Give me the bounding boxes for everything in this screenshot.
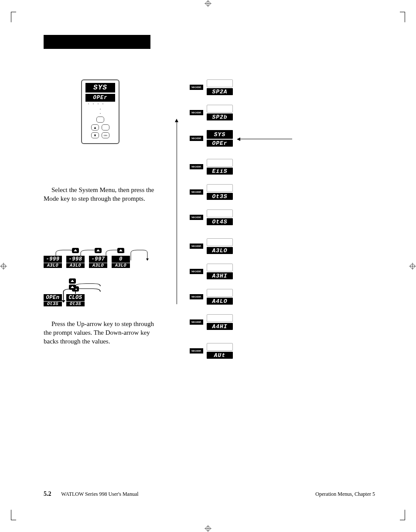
segment-text: A4HI — [212, 323, 227, 330]
device-display-button-icon: DIS — [102, 132, 109, 138]
crop-mark — [11, 12, 16, 12]
step-cell: 0A3LO — [112, 256, 130, 268]
segment-display: A4LO — [207, 298, 233, 305]
segment-text: SYS — [214, 131, 225, 138]
step-prompt: A3LO — [112, 263, 130, 268]
step-cell: OPEnOt3S — [44, 294, 62, 306]
instruction-select-system: Select the System Menu, then press the M… — [44, 185, 157, 203]
value-placeholder-box — [207, 184, 233, 192]
device-lower-text: OPEr — [93, 95, 108, 101]
step-prompt: Ot3S — [44, 302, 62, 306]
value-placeholder-box — [207, 105, 233, 113]
segment-display: Ot4S — [207, 218, 233, 225]
segment-text: OPEr — [212, 140, 227, 147]
segment-display: AUt — [207, 352, 233, 359]
segment-text: EiiS — [212, 168, 227, 175]
flow-prompt-row: MODEOt3S — [190, 184, 288, 200]
mode-key-label: MODE — [190, 189, 203, 195]
segment-display: EiiS — [207, 168, 233, 175]
flow-prompt-row: MODEOt4S — [190, 209, 288, 225]
value-placeholder-box — [207, 314, 233, 322]
crop-mark — [11, 12, 11, 22]
step-cell: -998A3LO — [66, 256, 85, 268]
mode-key-label: MODE — [190, 319, 203, 325]
segment-display: A3HI — [207, 272, 233, 279]
step-value: CLOS — [66, 294, 85, 301]
mode-key-label: MODE — [190, 164, 203, 169]
flow-prompt-row: MODESP2b — [190, 105, 288, 120]
flow-prompt-row: MODEA3HI — [190, 264, 288, 279]
mode-key-label: MODE — [190, 136, 203, 141]
up-arrow-key-icon — [117, 248, 124, 253]
flow-header-row: MODESYSOPEr — [190, 130, 288, 147]
mode-key-label: MODE — [190, 269, 203, 274]
step-prompt: A3LO — [44, 263, 62, 268]
segment-text: AUt — [214, 352, 225, 359]
segment-display: OPEr — [207, 140, 233, 147]
flow-prompt-row: MODEEiiS — [190, 159, 288, 175]
mode-key-label: MODE — [190, 348, 203, 354]
crop-mark — [11, 510, 11, 520]
instruction-up-arrow: Press the Up-arrow key to step through t… — [44, 319, 157, 346]
device-upper-text: SYS — [93, 84, 107, 92]
segment-text: A4LO — [212, 298, 227, 305]
segment-text: Ot4S — [212, 219, 227, 225]
chapter-label: Operation Menus, Chapter 5 — [315, 491, 375, 498]
manual-title: WATLOW Series 998 User's Manual — [61, 491, 138, 497]
crop-mark — [400, 12, 405, 12]
heading-bar — [44, 35, 150, 49]
value-step-diagram-1: -999A3LO-998A3LO-997A3LO0A3LO — [44, 247, 157, 268]
page-number: 5.2 — [44, 491, 51, 497]
step-value: -997 — [89, 256, 107, 263]
registration-mark-icon — [205, 0, 211, 7]
segment-text: A3LO — [212, 247, 227, 254]
up-arrow-key-icon — [72, 248, 79, 253]
value-step-diagram-2: OPEnOt3SCLOSOt3S — [44, 281, 157, 306]
value-placeholder-box — [207, 79, 233, 87]
value-placeholder-box — [207, 343, 233, 351]
device-aux-button-icon — [102, 124, 109, 130]
value-placeholder-box — [207, 289, 233, 297]
step-cell: CLOSOt3S — [66, 294, 85, 306]
segment-text: Ot3S — [212, 193, 227, 200]
device-mode-button-icon — [96, 117, 104, 123]
registration-mark-icon — [205, 525, 211, 532]
step-value: OPEn — [44, 294, 62, 301]
flow-prompt-row: MODEA4HI — [190, 314, 288, 330]
step-value: 0 — [112, 256, 130, 263]
page-footer: 5.2 WATLOW Series 998 User's Manual Oper… — [44, 491, 375, 498]
segment-display: A3LO — [207, 247, 233, 254]
segment-display: Ot3S — [207, 193, 233, 200]
flow-return-arrowhead-icon — [175, 119, 178, 122]
controller-device-illustration: SYS OPEr ▲ ▼ DIS — [81, 79, 119, 144]
step-prompt: A3LO — [66, 263, 85, 268]
step-value: -998 — [66, 256, 85, 263]
segment-display: SP2b — [207, 113, 233, 120]
crop-mark — [400, 520, 405, 520]
segment-text: A3HI — [212, 273, 227, 279]
device-lower-display: OPEr — [85, 94, 115, 102]
mode-key-label: MODE — [190, 244, 203, 249]
registration-mark-icon — [409, 263, 416, 270]
segment-display: A4HI — [207, 323, 233, 330]
step-cell: -997A3LO — [89, 256, 107, 268]
device-up-button-icon: ▲ — [91, 124, 99, 130]
flow-return-line — [177, 121, 177, 304]
flow-prompt-row: MODEA4LO — [190, 289, 288, 305]
value-placeholder-box — [207, 238, 233, 246]
value-placeholder-box — [207, 264, 233, 271]
crop-mark — [11, 520, 16, 520]
mode-key-label: MODE — [190, 215, 203, 220]
double-up-arrow-icon — [69, 278, 76, 291]
up-arrow-key-icon — [95, 248, 102, 253]
segment-text: SP2b — [212, 114, 227, 120]
mode-key-label: MODE — [190, 294, 203, 299]
step-prompt: A3LO — [89, 263, 107, 268]
flow-prompt-row: MODESP2A — [190, 79, 288, 95]
mode-key-label: MODE — [190, 85, 203, 90]
value-placeholder-box — [207, 159, 233, 167]
device-upper-display: SYS — [85, 83, 115, 93]
registration-mark-icon — [0, 263, 7, 270]
device-down-button-icon: ▼ — [91, 132, 99, 138]
value-placeholder-box — [207, 209, 233, 217]
